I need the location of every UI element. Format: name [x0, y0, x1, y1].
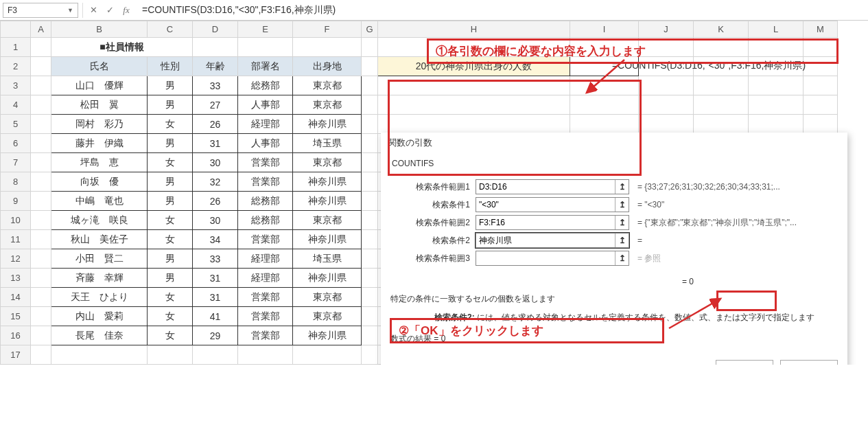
cell-name[interactable]: 斉藤 幸輝 — [51, 269, 148, 288]
formula-input[interactable]: =COUNTIFS(D3:D16,"<30",F3:F16,神奈川県) — [137, 4, 868, 16]
row-header[interactable]: 2 — [1, 57, 31, 76]
col-header[interactable]: M — [804, 21, 838, 38]
cell-name[interactable]: 長尾 佳奈 — [51, 326, 148, 345]
cell-age[interactable]: 30 — [193, 211, 238, 230]
row-header[interactable]: 6 — [1, 134, 31, 153]
cell-dept[interactable]: 営業部 — [238, 326, 293, 345]
cell-dept[interactable]: 人事部 — [238, 134, 293, 153]
cell-gender[interactable]: 男 — [148, 76, 193, 95]
cell-origin[interactable]: 東京都 — [293, 307, 362, 326]
cell-dept[interactable]: 営業部 — [238, 307, 293, 326]
cell-gender[interactable]: 女 — [148, 153, 193, 172]
col-header[interactable]: H — [378, 21, 570, 38]
cell-origin[interactable]: 東京都 — [293, 153, 362, 172]
cell-gender[interactable]: 男 — [148, 249, 193, 269]
argument-input[interactable] — [476, 216, 615, 229]
col-header[interactable]: L — [749, 21, 804, 38]
cell-origin[interactable]: 神奈川県 — [293, 115, 362, 134]
row-header[interactable]: 11 — [1, 230, 31, 249]
col-header[interactable]: E — [238, 21, 293, 38]
cell-name[interactable]: 小田 賢二 — [51, 249, 148, 269]
row-header[interactable]: 13 — [1, 269, 31, 288]
help-link[interactable]: この関数のヘルプ(H) — [390, 363, 468, 365]
cell-age[interactable]: 31 — [193, 134, 238, 153]
row-header[interactable]: 12 — [1, 249, 31, 269]
cancel-button[interactable]: キャンセル — [780, 360, 838, 365]
row-header[interactable]: 8 — [1, 172, 31, 192]
cell-name[interactable]: 秋山 美佐子 — [51, 230, 148, 249]
cell-age[interactable]: 31 — [193, 269, 238, 288]
cell-origin[interactable]: 神奈川県 — [293, 326, 362, 345]
cell-name[interactable]: 藤井 伊織 — [51, 134, 148, 153]
cell-name[interactable]: 向坂 優 — [51, 172, 148, 192]
ok-button[interactable]: OK — [716, 360, 773, 365]
range-selector-icon[interactable]: ↥ — [615, 251, 629, 265]
cell-age[interactable]: 30 — [193, 153, 238, 172]
cell-gender[interactable]: 男 — [148, 269, 193, 288]
cell-age[interactable]: 41 — [193, 307, 238, 326]
cell-gender[interactable]: 女 — [148, 288, 193, 307]
col-header[interactable]: C — [148, 21, 193, 38]
cell-dept[interactable]: 営業部 — [238, 230, 293, 249]
cell-origin[interactable]: 埼玉県 — [293, 134, 362, 153]
cell-age[interactable]: 31 — [193, 288, 238, 307]
cell-origin[interactable]: 東京都 — [293, 211, 362, 230]
cell-dept[interactable]: 人事部 — [238, 95, 293, 115]
cell-origin[interactable]: 神奈川県 — [293, 192, 362, 211]
cell-age[interactable]: 26 — [193, 192, 238, 211]
enter-icon[interactable]: ✓ — [104, 5, 116, 15]
argument-input[interactable] — [476, 198, 615, 212]
cell-dept[interactable]: 経理部 — [238, 115, 293, 134]
cell-origin[interactable]: 東京都 — [293, 95, 362, 115]
cell-dept[interactable]: 経理部 — [238, 269, 293, 288]
col-header[interactable]: D — [193, 21, 238, 38]
row-header[interactable]: 5 — [1, 115, 31, 134]
col-header[interactable]: A — [31, 21, 51, 38]
cell-name[interactable]: 山口 優輝 — [51, 76, 148, 95]
col-header[interactable]: G — [362, 21, 378, 38]
col-header[interactable]: B — [51, 21, 148, 38]
cell-dept[interactable]: 営業部 — [238, 153, 293, 172]
cell-gender[interactable]: 男 — [148, 95, 193, 115]
row-header[interactable]: 14 — [1, 288, 31, 307]
select-all-corner[interactable] — [1, 21, 31, 38]
row-header[interactable]: 17 — [1, 345, 31, 365]
cell-dept[interactable]: 総務部 — [238, 192, 293, 211]
name-box[interactable]: F3 ▼ — [3, 3, 78, 18]
cell-dept[interactable]: 総務部 — [238, 76, 293, 95]
cell-origin[interactable]: 神奈川県 — [293, 269, 362, 288]
cell-dept[interactable]: 総務部 — [238, 211, 293, 230]
cell-age[interactable]: 33 — [193, 249, 238, 269]
row-header[interactable]: 1 — [1, 38, 31, 57]
range-selector-icon[interactable]: ↥ — [615, 216, 629, 229]
cell-origin[interactable]: 東京都 — [293, 288, 362, 307]
row-header[interactable]: 16 — [1, 326, 31, 345]
cell-gender[interactable]: 女 — [148, 211, 193, 230]
argument-input[interactable] — [476, 180, 615, 194]
cell-name[interactable]: 内山 愛莉 — [51, 307, 148, 326]
row-header[interactable]: 3 — [1, 76, 31, 95]
cell-age[interactable]: 34 — [193, 230, 238, 249]
col-header[interactable]: I — [570, 21, 639, 38]
cell-gender[interactable]: 男 — [148, 192, 193, 211]
cell-age[interactable]: 29 — [193, 326, 238, 345]
range-selector-icon[interactable]: ↥ — [615, 198, 629, 212]
cell-age[interactable]: 32 — [193, 172, 238, 192]
cell-age[interactable]: 26 — [193, 115, 238, 134]
row-header[interactable]: 7 — [1, 153, 31, 172]
cell-name[interactable]: 岡村 彩乃 — [51, 115, 148, 134]
argument-input[interactable] — [476, 251, 615, 265]
cell-gender[interactable]: 女 — [148, 326, 193, 345]
row-header[interactable]: 10 — [1, 211, 31, 230]
cell-origin[interactable]: 東京都 — [293, 76, 362, 95]
cell-origin[interactable]: 神奈川県 — [293, 230, 362, 249]
cell-age[interactable]: 33 — [193, 76, 238, 95]
col-header[interactable]: F — [293, 21, 362, 38]
cell-name[interactable]: 坪島 恵 — [51, 153, 148, 172]
row-header[interactable]: 9 — [1, 192, 31, 211]
row-header[interactable]: 4 — [1, 95, 31, 115]
cell-name[interactable]: 城ヶ滝 咲良 — [51, 211, 148, 230]
cell-gender[interactable]: 男 — [148, 172, 193, 192]
col-header[interactable]: J — [639, 21, 694, 38]
cell-age[interactable]: 27 — [193, 95, 238, 115]
